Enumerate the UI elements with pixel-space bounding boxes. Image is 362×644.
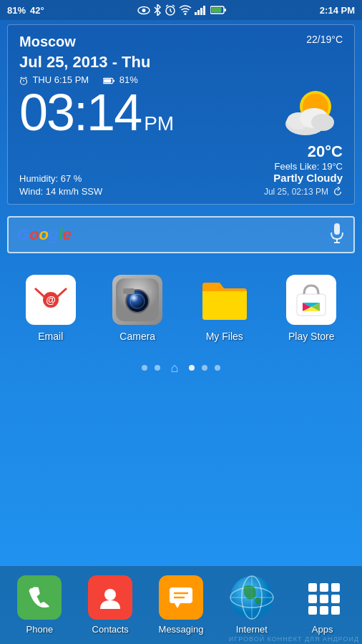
camera-label: Camera xyxy=(119,331,155,342)
weather-right-panel: 20°C Feels Like: 19°C Partly Cloudy Jul … xyxy=(264,138,343,197)
google-search-bar[interactable]: Google xyxy=(7,216,355,253)
svg-rect-13 xyxy=(225,9,227,11)
svg-line-4 xyxy=(170,11,172,12)
apps-svg xyxy=(305,580,341,615)
page-dot-2[interactable] xyxy=(155,365,160,371)
dock: Phone Contacts Messaging xyxy=(0,565,362,644)
svg-point-27 xyxy=(311,114,334,131)
svg-rect-58 xyxy=(308,595,317,603)
weather-temp-range: 22/19°C xyxy=(306,34,343,45)
internet-icon xyxy=(230,575,274,620)
dock-internet[interactable]: Internet xyxy=(220,575,284,635)
svg-rect-37 xyxy=(123,288,134,294)
dock-apps[interactable]: Apps xyxy=(290,575,355,635)
playstore-label: Play Store xyxy=(288,331,335,342)
messaging-icon xyxy=(159,575,203,620)
svg-line-5 xyxy=(166,5,168,6)
svg-rect-8 xyxy=(195,12,197,15)
svg-rect-61 xyxy=(308,606,317,615)
weather-update: Jul 25, 02:13 PM xyxy=(264,187,343,197)
google-logo: Google xyxy=(17,225,329,244)
svg-rect-59 xyxy=(320,595,328,603)
weather-time: 03:14 xyxy=(19,84,141,141)
page-dot-1[interactable] xyxy=(142,365,147,371)
messaging-label: Messaging xyxy=(159,624,204,635)
phone-label: Phone xyxy=(26,624,54,635)
weather-bottom: Humidity: 67 % Wind: 14 km/h SSW 20°C Fe… xyxy=(19,138,343,197)
contacts-label: Contacts xyxy=(92,624,129,635)
svg-rect-63 xyxy=(331,606,340,615)
svg-point-7 xyxy=(185,13,187,15)
svg-rect-60 xyxy=(331,595,340,603)
bluetooth-icon xyxy=(153,4,162,16)
svg-rect-56 xyxy=(320,583,328,592)
dock-phone[interactable]: Phone xyxy=(7,575,72,635)
weather-details: Humidity: 67 % Wind: 14 km/h SSW xyxy=(19,171,102,197)
weather-ampm: PM xyxy=(144,112,174,135)
svg-marker-47 xyxy=(175,603,180,608)
camera-svg xyxy=(116,278,159,321)
dock-messaging[interactable]: Messaging xyxy=(149,575,213,635)
svg-rect-20 xyxy=(113,79,114,82)
svg-point-1 xyxy=(142,9,146,12)
weather-clock: 03:14PM xyxy=(19,87,174,138)
current-temp: 20°C xyxy=(264,142,343,161)
svg-rect-10 xyxy=(200,8,202,15)
contacts-svg xyxy=(97,585,123,610)
status-icons xyxy=(137,4,226,16)
myfiles-icon xyxy=(200,275,250,325)
clock-display: 2:14 PM xyxy=(320,5,355,16)
weather-condition-text: Partly Cloudy xyxy=(264,172,343,184)
page-indicators: ⌂ xyxy=(0,353,362,382)
svg-rect-62 xyxy=(320,606,328,615)
app-playstore[interactable]: Play Store xyxy=(275,275,347,342)
weather-city: Moscow xyxy=(19,34,76,50)
email-label: Email xyxy=(38,331,63,342)
page-dot-4[interactable] xyxy=(202,365,207,371)
contacts-icon xyxy=(88,575,132,620)
myfiles-svg xyxy=(201,278,248,321)
internet-svg xyxy=(230,575,274,620)
battery-icon xyxy=(210,6,226,14)
svg-rect-9 xyxy=(197,10,200,15)
svg-line-6 xyxy=(172,5,175,6)
alarm-icon xyxy=(165,4,176,16)
home-button-indicator[interactable]: ⌂ xyxy=(167,361,182,375)
battery-percentage: 81% xyxy=(7,5,26,16)
weather-widget: Moscow 22/19°C Jul 25, 2013 - Thu THU 6:… xyxy=(7,24,355,205)
phone-svg xyxy=(26,585,52,610)
app-email[interactable]: @ Email xyxy=(15,275,87,342)
wind: Wind: 14 km/h SSW xyxy=(19,186,102,197)
svg-rect-55 xyxy=(308,583,317,592)
email-svg: @ xyxy=(34,287,68,313)
feels-like: Feels Like: 19°C xyxy=(264,161,343,172)
sun-cloud-svg xyxy=(278,87,343,140)
weather-date: Jul 25, 2013 - Thu xyxy=(19,53,343,72)
svg-rect-46 xyxy=(170,587,192,603)
apps-icon xyxy=(300,575,345,620)
refresh-icon xyxy=(333,187,343,197)
app-camera[interactable]: Camera xyxy=(102,275,173,342)
svg-rect-21 xyxy=(104,79,111,82)
svg-rect-11 xyxy=(203,6,205,15)
internet-label: Internet xyxy=(236,624,268,635)
microphone-icon[interactable] xyxy=(329,223,345,247)
svg-rect-14 xyxy=(212,8,222,13)
page-dot-active[interactable] xyxy=(189,365,195,371)
status-left: 81% 42° xyxy=(7,5,44,16)
phone-icon xyxy=(17,575,62,620)
playstore-icon xyxy=(286,275,336,325)
svg-point-45 xyxy=(104,589,116,600)
dock-contacts[interactable]: Contacts xyxy=(78,575,142,635)
app-myfiles[interactable]: My Files xyxy=(189,275,260,342)
app-grid: @ Email xyxy=(0,260,362,349)
page-dot-5[interactable] xyxy=(215,365,220,371)
watermark: ИГРОВОЙ КОННЕКТ ДЛЯ АНДРОИД xyxy=(229,635,359,643)
eye-icon xyxy=(137,6,150,15)
weather-condition-icon xyxy=(278,87,343,137)
wifi-icon xyxy=(179,5,192,15)
svg-line-18 xyxy=(25,77,26,78)
signal-icon xyxy=(195,5,207,15)
apps-label: Apps xyxy=(312,624,333,635)
status-right: 2:14 PM xyxy=(320,5,355,16)
